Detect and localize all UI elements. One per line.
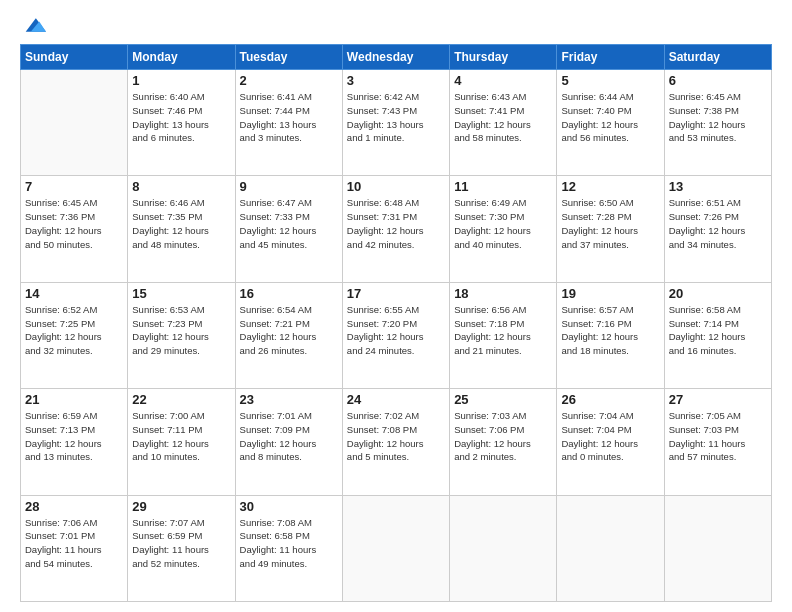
day-info: Sunrise: 7:05 AMSunset: 7:03 PMDaylight:… [669, 409, 767, 464]
day-number: 25 [454, 392, 552, 407]
day-info: Sunrise: 6:58 AMSunset: 7:14 PMDaylight:… [669, 303, 767, 358]
day-info: Sunrise: 6:56 AMSunset: 7:18 PMDaylight:… [454, 303, 552, 358]
day-number: 9 [240, 179, 338, 194]
calendar-cell: 13Sunrise: 6:51 AMSunset: 7:26 PMDayligh… [664, 176, 771, 282]
calendar-header-wednesday: Wednesday [342, 45, 449, 70]
calendar-cell: 26Sunrise: 7:04 AMSunset: 7:04 PMDayligh… [557, 389, 664, 495]
day-info: Sunrise: 6:57 AMSunset: 7:16 PMDaylight:… [561, 303, 659, 358]
calendar-week-4: 21Sunrise: 6:59 AMSunset: 7:13 PMDayligh… [21, 389, 772, 495]
day-number: 3 [347, 73, 445, 88]
day-info: Sunrise: 6:53 AMSunset: 7:23 PMDaylight:… [132, 303, 230, 358]
day-info: Sunrise: 6:46 AMSunset: 7:35 PMDaylight:… [132, 196, 230, 251]
calendar-cell: 12Sunrise: 6:50 AMSunset: 7:28 PMDayligh… [557, 176, 664, 282]
calendar-cell: 27Sunrise: 7:05 AMSunset: 7:03 PMDayligh… [664, 389, 771, 495]
calendar-header-tuesday: Tuesday [235, 45, 342, 70]
day-number: 28 [25, 499, 123, 514]
day-info: Sunrise: 6:42 AMSunset: 7:43 PMDaylight:… [347, 90, 445, 145]
calendar-cell: 5Sunrise: 6:44 AMSunset: 7:40 PMDaylight… [557, 70, 664, 176]
day-number: 30 [240, 499, 338, 514]
day-info: Sunrise: 7:07 AMSunset: 6:59 PMDaylight:… [132, 516, 230, 571]
calendar-cell: 28Sunrise: 7:06 AMSunset: 7:01 PMDayligh… [21, 495, 128, 601]
calendar-header-friday: Friday [557, 45, 664, 70]
day-info: Sunrise: 6:41 AMSunset: 7:44 PMDaylight:… [240, 90, 338, 145]
day-info: Sunrise: 6:55 AMSunset: 7:20 PMDaylight:… [347, 303, 445, 358]
day-number: 15 [132, 286, 230, 301]
page: SundayMondayTuesdayWednesdayThursdayFrid… [0, 0, 792, 612]
calendar-cell: 11Sunrise: 6:49 AMSunset: 7:30 PMDayligh… [450, 176, 557, 282]
day-info: Sunrise: 7:08 AMSunset: 6:58 PMDaylight:… [240, 516, 338, 571]
calendar-cell [21, 70, 128, 176]
day-info: Sunrise: 6:45 AMSunset: 7:36 PMDaylight:… [25, 196, 123, 251]
day-number: 5 [561, 73, 659, 88]
day-number: 18 [454, 286, 552, 301]
day-info: Sunrise: 6:43 AMSunset: 7:41 PMDaylight:… [454, 90, 552, 145]
calendar-cell: 4Sunrise: 6:43 AMSunset: 7:41 PMDaylight… [450, 70, 557, 176]
day-info: Sunrise: 7:02 AMSunset: 7:08 PMDaylight:… [347, 409, 445, 464]
calendar-cell [342, 495, 449, 601]
day-info: Sunrise: 6:47 AMSunset: 7:33 PMDaylight:… [240, 196, 338, 251]
day-info: Sunrise: 6:52 AMSunset: 7:25 PMDaylight:… [25, 303, 123, 358]
day-number: 8 [132, 179, 230, 194]
calendar-cell: 21Sunrise: 6:59 AMSunset: 7:13 PMDayligh… [21, 389, 128, 495]
calendar-cell: 19Sunrise: 6:57 AMSunset: 7:16 PMDayligh… [557, 282, 664, 388]
day-number: 7 [25, 179, 123, 194]
calendar-header-monday: Monday [128, 45, 235, 70]
calendar-header-row: SundayMondayTuesdayWednesdayThursdayFrid… [21, 45, 772, 70]
calendar-cell: 23Sunrise: 7:01 AMSunset: 7:09 PMDayligh… [235, 389, 342, 495]
day-info: Sunrise: 7:01 AMSunset: 7:09 PMDaylight:… [240, 409, 338, 464]
day-number: 11 [454, 179, 552, 194]
day-info: Sunrise: 7:04 AMSunset: 7:04 PMDaylight:… [561, 409, 659, 464]
calendar-cell [664, 495, 771, 601]
day-info: Sunrise: 6:54 AMSunset: 7:21 PMDaylight:… [240, 303, 338, 358]
day-info: Sunrise: 6:51 AMSunset: 7:26 PMDaylight:… [669, 196, 767, 251]
calendar-header-thursday: Thursday [450, 45, 557, 70]
day-info: Sunrise: 6:48 AMSunset: 7:31 PMDaylight:… [347, 196, 445, 251]
day-number: 17 [347, 286, 445, 301]
calendar-header-sunday: Sunday [21, 45, 128, 70]
logo [20, 16, 46, 34]
calendar-week-1: 1Sunrise: 6:40 AMSunset: 7:46 PMDaylight… [21, 70, 772, 176]
calendar-cell: 6Sunrise: 6:45 AMSunset: 7:38 PMDaylight… [664, 70, 771, 176]
calendar-cell: 24Sunrise: 7:02 AMSunset: 7:08 PMDayligh… [342, 389, 449, 495]
day-number: 20 [669, 286, 767, 301]
calendar-cell: 8Sunrise: 6:46 AMSunset: 7:35 PMDaylight… [128, 176, 235, 282]
calendar-cell: 20Sunrise: 6:58 AMSunset: 7:14 PMDayligh… [664, 282, 771, 388]
calendar-cell: 25Sunrise: 7:03 AMSunset: 7:06 PMDayligh… [450, 389, 557, 495]
day-number: 27 [669, 392, 767, 407]
day-number: 2 [240, 73, 338, 88]
calendar-cell: 17Sunrise: 6:55 AMSunset: 7:20 PMDayligh… [342, 282, 449, 388]
calendar-cell [557, 495, 664, 601]
calendar-cell: 15Sunrise: 6:53 AMSunset: 7:23 PMDayligh… [128, 282, 235, 388]
day-number: 10 [347, 179, 445, 194]
day-info: Sunrise: 6:44 AMSunset: 7:40 PMDaylight:… [561, 90, 659, 145]
day-number: 19 [561, 286, 659, 301]
day-info: Sunrise: 7:03 AMSunset: 7:06 PMDaylight:… [454, 409, 552, 464]
day-number: 29 [132, 499, 230, 514]
day-info: Sunrise: 6:50 AMSunset: 7:28 PMDaylight:… [561, 196, 659, 251]
day-number: 1 [132, 73, 230, 88]
day-info: Sunrise: 6:45 AMSunset: 7:38 PMDaylight:… [669, 90, 767, 145]
calendar-cell: 2Sunrise: 6:41 AMSunset: 7:44 PMDaylight… [235, 70, 342, 176]
calendar-table: SundayMondayTuesdayWednesdayThursdayFrid… [20, 44, 772, 602]
day-info: Sunrise: 6:59 AMSunset: 7:13 PMDaylight:… [25, 409, 123, 464]
calendar-cell: 7Sunrise: 6:45 AMSunset: 7:36 PMDaylight… [21, 176, 128, 282]
calendar-header-saturday: Saturday [664, 45, 771, 70]
day-info: Sunrise: 6:49 AMSunset: 7:30 PMDaylight:… [454, 196, 552, 251]
calendar-cell: 9Sunrise: 6:47 AMSunset: 7:33 PMDaylight… [235, 176, 342, 282]
day-number: 23 [240, 392, 338, 407]
day-number: 26 [561, 392, 659, 407]
calendar-cell: 1Sunrise: 6:40 AMSunset: 7:46 PMDaylight… [128, 70, 235, 176]
calendar-cell: 22Sunrise: 7:00 AMSunset: 7:11 PMDayligh… [128, 389, 235, 495]
day-info: Sunrise: 7:06 AMSunset: 7:01 PMDaylight:… [25, 516, 123, 571]
day-number: 21 [25, 392, 123, 407]
day-info: Sunrise: 7:00 AMSunset: 7:11 PMDaylight:… [132, 409, 230, 464]
calendar-cell: 16Sunrise: 6:54 AMSunset: 7:21 PMDayligh… [235, 282, 342, 388]
calendar-cell: 29Sunrise: 7:07 AMSunset: 6:59 PMDayligh… [128, 495, 235, 601]
day-number: 13 [669, 179, 767, 194]
day-number: 16 [240, 286, 338, 301]
day-info: Sunrise: 6:40 AMSunset: 7:46 PMDaylight:… [132, 90, 230, 145]
calendar-cell [450, 495, 557, 601]
day-number: 24 [347, 392, 445, 407]
calendar-cell: 14Sunrise: 6:52 AMSunset: 7:25 PMDayligh… [21, 282, 128, 388]
day-number: 12 [561, 179, 659, 194]
